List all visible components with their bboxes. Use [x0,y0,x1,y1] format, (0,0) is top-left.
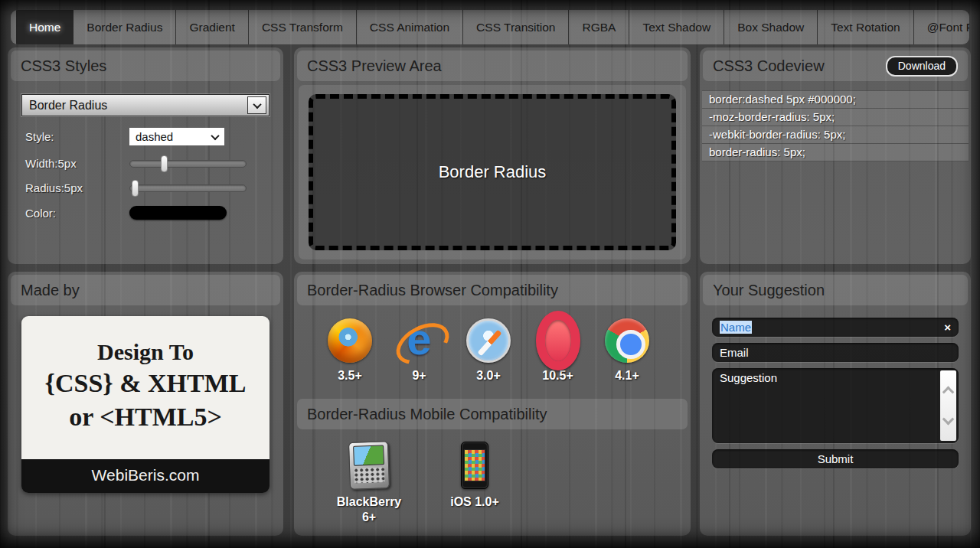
scroll-down-icon[interactable] [942,413,955,426]
submit-button-label: Submit [818,452,854,465]
mobile-compat-row: BlackBerry 6+ iOS 1.0+ [294,432,691,525]
clear-input-icon[interactable]: × [944,321,951,334]
suggestion-panel: Your Suggestion Name × Email Suggestion … [700,272,971,536]
code-line: border-radius: 5px; [702,144,969,161]
tab-rgba[interactable]: RGBA [569,10,629,44]
tab-border-radius[interactable]: Border Radius [74,10,176,44]
email-input[interactable]: Email [712,343,959,362]
madeby-title: Made by [11,275,280,305]
browser-compat-row: 3.5+ e 9+ 3.0+ 10.5+ 4.1+ [294,308,691,383]
madeby-site-name: WebiBeris.com [21,459,270,493]
firefox-version: 3.5+ [338,368,362,383]
name-input[interactable]: Name × [712,318,959,337]
compat-item-ios: iOS 1.0+ [439,442,510,525]
tab-home[interactable]: Home [16,10,74,44]
firefox-icon [328,318,372,363]
ie-e-glyph: e [407,317,431,361]
ios-version: iOS 1.0+ [450,494,499,510]
css3-style-selector[interactable]: Border Radius [21,94,270,116]
submit-button[interactable]: Submit [712,449,959,468]
color-picker[interactable] [129,206,227,220]
preview-panel: CSS3 Preview Area Border Radius [294,47,691,264]
name-input-selected-text: Name [720,321,752,334]
width-label: Width:5px [25,157,129,170]
browser-compat-title: Border-Radius Browser Compatibility [297,275,688,305]
suggestion-placeholder: Suggestion [720,371,777,384]
safari-icon [466,318,511,363]
compat-item-blackberry: BlackBerry 6+ [334,442,404,525]
code-listing: border:dashed 5px #000000; -moz-border-r… [700,90,971,161]
safari-version: 3.0+ [476,368,501,383]
app-window: Home Border Radius Gradient CSS Transfor… [0,0,980,548]
tab-css-animation[interactable]: CSS Animation [357,10,463,44]
style-label: Style: [25,130,129,143]
madeby-banner-image: Design To {CSS} & XHTML or <HTML5> [21,316,270,459]
tab-text-rotation[interactable]: Text Rotation [818,10,913,44]
tab-css-transition[interactable]: CSS Transition [463,10,569,44]
textarea-scrollbar[interactable] [940,370,956,441]
chevron-down-icon [211,131,219,139]
compat-item-opera: 10.5+ [533,318,583,383]
compat-item-safari: 3.0+ [463,318,514,383]
radius-slider[interactable] [129,184,247,192]
blackberry-screen [353,445,384,465]
codeview-title: CSS3 Codeview [713,57,825,75]
suggestion-title: Your Suggestion [703,275,968,305]
code-line: border:dashed 5px #000000; [702,90,969,109]
compatibility-panel: Border-Radius Browser Compatibility 3.5+… [294,272,691,536]
width-slider-thumb[interactable] [161,155,168,172]
selector-dropdown-button[interactable] [247,96,266,114]
iphone-icon [461,442,488,489]
mobile-compat-title: Border-Radius Mobile Compatibility [297,399,688,429]
code-line: -moz-border-radius: 5px; [702,109,969,126]
code-line: -webkit-border-radius: 5px; [702,126,969,144]
codeview-panel: CSS3 Codeview Download border:dashed 5px… [700,47,971,264]
radius-label: Radius:5px [25,181,129,194]
tab-text-shadow[interactable]: Text Shadow [629,10,724,44]
tab-box-shadow[interactable]: Box Shadow [724,10,818,44]
preview-body: Border Radius [299,85,686,259]
banner-text-line: Design To [21,339,270,365]
tabbar-left-cap [11,10,16,44]
chrome-version: 4.1+ [615,368,639,383]
blackberry-keyboard [354,467,385,483]
css3-styles-title: CSS3 Styles [11,51,280,81]
tab-font-face[interactable]: @Font Face [914,10,969,44]
compat-item-firefox: 3.5+ [325,318,375,383]
banner-text-line: {CSS} & XHTML [21,369,270,398]
blackberry-version: BlackBerry 6+ [334,494,404,525]
iphone-screen [464,449,485,481]
opera-version: 10.5+ [542,368,573,383]
scroll-up-icon[interactable] [942,387,955,399]
border-style-value: dashed [136,130,173,143]
color-label: Color: [25,207,129,220]
banner-text-line: or <HTML5> [21,403,270,432]
internet-explorer-version: 9+ [412,368,426,383]
download-button[interactable]: Download [886,56,958,77]
css3-style-selector-value: Border Radius [22,99,245,113]
preview-sample-box: Border Radius [309,94,676,250]
email-input-placeholder: Email [720,346,749,359]
chevron-down-icon [253,99,261,108]
main-navigation: Home Border Radius Gradient CSS Transfor… [11,10,969,44]
tab-gradient[interactable]: Gradient [176,10,248,44]
compat-item-chrome: 4.1+ [602,318,652,383]
preview-sample-text: Border Radius [439,162,547,182]
css3-styles-panel: CSS3 Styles Border Radius Style: dashed … [8,47,283,264]
preview-title: CSS3 Preview Area [297,51,688,81]
opera-icon [536,318,580,363]
radius-slider-thumb[interactable] [132,180,139,197]
width-slider[interactable] [129,160,247,168]
madeby-panel: Made by Design To {CSS} & XHTML or <HTML… [8,272,283,536]
chrome-icon [605,318,649,363]
internet-explorer-icon: e [397,318,442,363]
tab-css-transform[interactable]: CSS Transform [249,10,357,44]
suggestion-textarea[interactable]: Suggestion [712,368,959,443]
madeby-banner-link[interactable]: Design To {CSS} & XHTML or <HTML5> WebiB… [21,316,270,493]
compat-item-internet-explorer: e 9+ [394,318,445,383]
border-style-select[interactable]: dashed [129,128,224,145]
blackberry-icon [348,441,390,490]
